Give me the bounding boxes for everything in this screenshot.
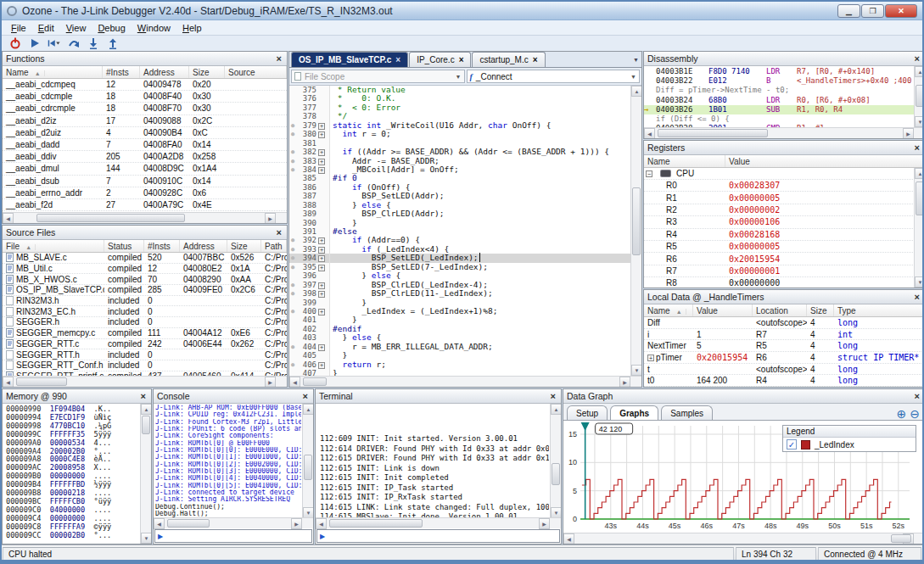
function-row[interactable]: __aeabi_d2iz17040090880x2C	[3, 115, 287, 127]
breakpoint-dot[interactable]: ●	[289, 236, 296, 244]
h-scrollbar[interactable]: ◀▶	[563, 533, 924, 544]
column-header[interactable]: Size	[189, 66, 225, 78]
expand-icon[interactable]: +	[318, 131, 325, 138]
local-variable-row[interactable]: t<outofscope>4long	[644, 364, 924, 376]
column-header[interactable]: #Insts	[144, 240, 180, 252]
register-row[interactable]: R10x00000005	[644, 192, 924, 204]
expand-icon[interactable]: +	[318, 149, 325, 156]
expand-icon[interactable]: +	[318, 362, 325, 369]
close-icon[interactable]: ×	[549, 391, 557, 401]
function-row[interactable]: __aeabi_dadd704008FA00x14	[3, 139, 287, 151]
memory-row[interactable]: 000009CC 000002B0 °...	[6, 532, 151, 540]
graph-tab-setup[interactable]: Setup	[567, 405, 608, 420]
table-header[interactable]: Name▲#InstsAddressSizeSource	[3, 66, 287, 79]
local-variable-row[interactable]: i1R74int	[644, 329, 924, 341]
expand-icon[interactable]: +	[318, 255, 325, 262]
step-over-icon[interactable]	[67, 37, 81, 50]
disasm-row[interactable]: 04003B2468B0LDRR0, [R6, #+0x08]	[644, 96, 924, 105]
code-line[interactable]: ●406+ return r;	[289, 360, 641, 369]
source-file-row[interactable]: MB_Util.ccompiled12040080E20x1AC:/Pro	[3, 264, 287, 275]
function-row[interactable]: __aeabi_ddiv2050400A2D80x258	[3, 151, 287, 163]
source-file-row[interactable]: SEGGER.hincluded0C:/Pro	[3, 317, 287, 328]
minimize-button[interactable]: ▁	[837, 4, 860, 18]
menu-file[interactable]: File	[5, 22, 32, 34]
disassembly-list[interactable]: 04003B1EF8D0 7140LDRR7, [R0, #+0x140]040…	[644, 66, 924, 127]
breakpoint-dot[interactable]: ●	[289, 121, 296, 130]
breakpoint-dot[interactable]: ●	[289, 281, 296, 289]
h-scrollbar[interactable]: ◀▶	[154, 517, 313, 528]
breakpoint-dot[interactable]: ●	[289, 289, 296, 298]
breakpoint-dot[interactable]: ●	[289, 360, 296, 369]
disasm-row[interactable]: →04003B261B01SUBR1, R0, R4	[644, 105, 924, 114]
h-scrollbar[interactable]: ◀▶	[316, 517, 561, 528]
expand-icon[interactable]: +	[318, 237, 325, 244]
terminal-log[interactable]: 112:609 INIT: Init started. Version 3.00…	[316, 404, 561, 517]
breakpoint-dot[interactable]: ●	[289, 130, 296, 138]
expand-icon[interactable]: +	[318, 309, 325, 316]
h-scrollbar[interactable]: ◀▶	[3, 376, 287, 387]
step-out-icon[interactable]	[106, 37, 120, 50]
graph-tab-samples[interactable]: Samples	[661, 405, 713, 420]
file-scope-combo[interactable]: File Scope ▼	[291, 70, 465, 83]
local-variable-row[interactable]: t0164 200R44long	[644, 375, 924, 387]
title-bar[interactable]: Ozone - The J-Link Debugger V2.40d - Sta…	[2, 2, 922, 20]
v-scrollbar[interactable]: ▲▼	[914, 66, 924, 127]
close-icon[interactable]: ×	[275, 227, 283, 237]
v-scrollbar[interactable]: ▲▼	[140, 404, 151, 544]
local-variable-row[interactable]: Diff<outofscope>4long	[644, 317, 924, 329]
register-row[interactable]: R30x00000106	[644, 216, 924, 228]
console-log[interactable]: J-Link: AHB-AP ROM: 0xE00FF000 (Base add…	[154, 404, 313, 517]
register-row[interactable]: R20x00000002	[644, 204, 924, 216]
column-header[interactable]: Value	[693, 304, 753, 316]
expand-icon[interactable]: +	[318, 291, 325, 298]
expand-icon[interactable]: +	[318, 247, 325, 254]
source-file-row[interactable]: SEGGER_RTT.ccompiled24204006E440x262C:/P…	[3, 339, 287, 350]
function-row[interactable]: __aeabi_dsub70400910C0x14	[3, 176, 287, 187]
close-icon[interactable]: ×	[913, 292, 921, 302]
column-header[interactable]: Size	[227, 240, 261, 252]
expand-icon[interactable]: +	[318, 344, 325, 351]
column-header[interactable]: Value	[725, 155, 924, 167]
menu-window[interactable]: Window	[132, 22, 176, 34]
expand-icon[interactable]: +	[318, 167, 325, 174]
source-file-row[interactable]: SEGGER_RTT.hincluded0C:/Pro	[3, 349, 287, 360]
register-row[interactable]: R40x00028168	[644, 229, 924, 241]
breakpoint-dot[interactable]: ●	[289, 307, 296, 316]
editor-tab[interactable]: cstartup_M.c×	[472, 52, 545, 67]
column-header[interactable]: Type	[834, 304, 924, 316]
close-icon[interactable]: ×	[913, 142, 921, 153]
column-header[interactable]: Name▲	[3, 66, 103, 78]
close-icon[interactable]: ×	[301, 391, 310, 401]
function-row[interactable]: __aeabi_dmul14404008D9C0x1A4	[3, 163, 287, 175]
column-header[interactable]: Source	[225, 66, 287, 78]
close-tab-icon[interactable]: ×	[395, 55, 400, 64]
disasm-source-row[interactable]: Diff = pTimer->NextTime - t0;	[644, 86, 924, 95]
code-line[interactable]: ●380+ int r = 0;	[289, 130, 641, 138]
column-header[interactable]: File▲	[3, 240, 104, 252]
source-file-row[interactable]: RIN32M3.hincluded0C:/Pro	[3, 296, 287, 307]
terminal-command-input[interactable]: ▶	[316, 529, 560, 543]
menu-view[interactable]: View	[60, 22, 92, 34]
menu-debug[interactable]: Debug	[92, 22, 131, 34]
column-header[interactable]: Size	[807, 304, 834, 316]
column-header[interactable]: Address	[140, 66, 189, 78]
table-header[interactable]: Name▲ValueLocationSizeType	[644, 304, 924, 317]
collapse-icon[interactable]: −	[646, 170, 652, 177]
column-header[interactable]: Location	[753, 304, 807, 316]
disasm-source-row[interactable]: if (Diff <= 0) {	[644, 114, 924, 124]
close-icon[interactable]: ×	[913, 53, 921, 64]
expand-icon[interactable]: +	[318, 159, 325, 165]
table-header[interactable]: File▲Status#InstsAddressSizePath	[3, 240, 287, 253]
close-tab-icon[interactable]: ×	[533, 55, 538, 64]
close-button[interactable]: ✕	[885, 4, 917, 18]
function-row[interactable]: __aeabi_cdcmpeq12040094780x20	[3, 79, 287, 91]
source-file-row[interactable]: RIN32M3_EC.hincluded0C:/Pro	[3, 306, 287, 317]
function-row[interactable]: __aeabi_cdrcmple1804008F700x30	[3, 103, 287, 114]
play-icon[interactable]	[28, 37, 42, 50]
function-row[interactable]: __aeabi_cdcmple1804008F400x30	[3, 91, 287, 103]
graph-tab-graphs[interactable]: Graphs	[610, 405, 658, 420]
zoom-in-icon[interactable]: ⊕	[897, 408, 907, 420]
h-scrollbar[interactable]: ◀▶	[289, 376, 641, 387]
breakpoint-dot[interactable]: ●	[289, 343, 296, 351]
code-line[interactable]: ●382+ if ((Addr >= BASE_ADDR) && (Addr <…	[289, 148, 641, 156]
